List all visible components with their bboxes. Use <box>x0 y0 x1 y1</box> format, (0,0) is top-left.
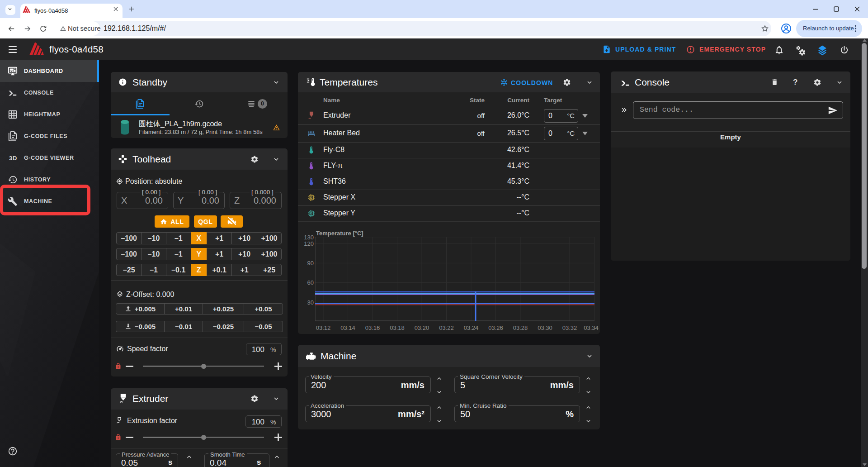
svg-text:3D: 3D <box>9 155 17 162</box>
